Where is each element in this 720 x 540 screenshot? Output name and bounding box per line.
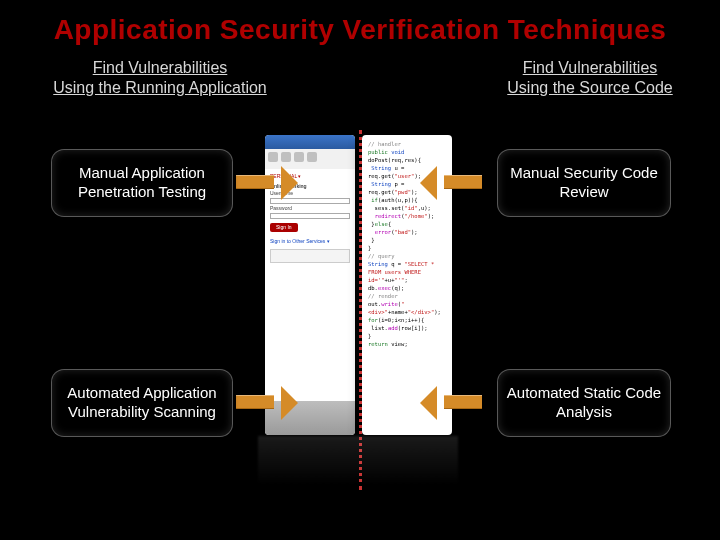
arrow-icon	[236, 175, 274, 189]
arrow-icon	[444, 395, 482, 409]
slide-title: Application Security Verification Techni…	[0, 14, 720, 46]
method-static-code-analysis: Automated Static Code Analysis	[498, 370, 670, 436]
arrow-icon	[236, 395, 274, 409]
method-manual-pentest: Manual Application Penetration Testing	[52, 150, 232, 216]
pane-reflection	[258, 436, 458, 506]
column-heading-source-code: Find VulnerabilitiesUsing the Source Cod…	[470, 58, 710, 98]
running-application-mock: PERSONAL ▾ Online Banking Username Passw…	[265, 135, 355, 435]
slide: Application Security Verification Techni…	[0, 0, 720, 540]
method-automated-scan: Automated Application Vulnerability Scan…	[52, 370, 232, 436]
source-code-mock: // handler public void doPost(req,res){ …	[362, 135, 452, 435]
column-heading-running-app: Find VulnerabilitiesUsing the Running Ap…	[40, 58, 280, 98]
method-manual-code-review: Manual Security Code Review	[498, 150, 670, 216]
arrow-icon	[444, 175, 482, 189]
